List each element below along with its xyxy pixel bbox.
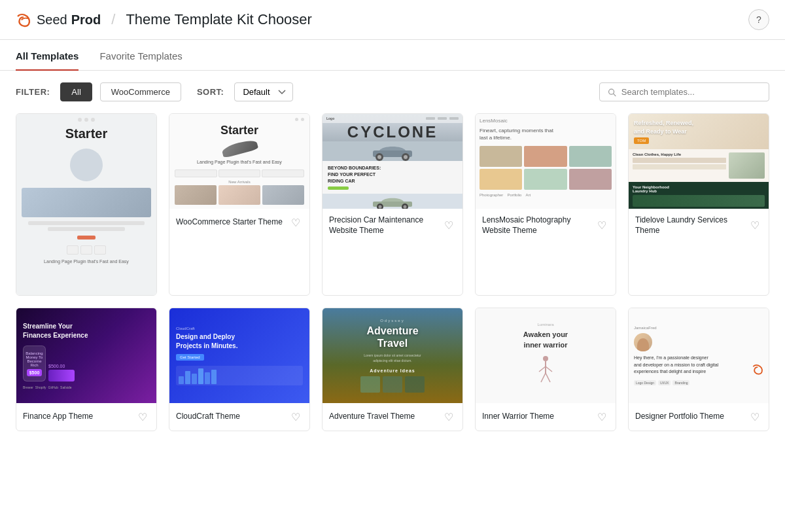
template-info-finance: Finance App Theme ♡ (16, 403, 156, 431)
favorite-button-designer[interactable]: ♡ (748, 410, 762, 424)
template-thumb-designer: JamaicaFred Hey there, I'm a passionate … (629, 308, 769, 403)
template-thumb-woo-starter: Starter Landing Page Plugin that's Fast … (169, 114, 309, 209)
filter-all-button[interactable]: All (60, 82, 92, 101)
search-input[interactable] (621, 87, 761, 97)
favorite-button-lens[interactable]: ♡ (595, 219, 609, 233)
svg-point-10 (379, 205, 382, 209)
help-button[interactable]: ? (748, 9, 769, 30)
template-card-finance[interactable]: Streamline YourFinances Experience Balan… (16, 308, 157, 431)
adventure-headline: AdventureTravel (366, 325, 418, 349)
template-card-woo-starter[interactable]: Starter Landing Page Plugin that's Fast … (169, 113, 310, 296)
template-info-adventure: Adventure Travel Theme ♡ (323, 403, 462, 431)
filter-label: FILTER: (16, 87, 50, 97)
template-thumb-cyclone: Logo CYCLONE (323, 114, 462, 209)
header-left: SeedProd / Theme Template Kit Chooser (16, 11, 312, 28)
tabs-bar: All Templates Favorite Templates (0, 40, 785, 71)
header: SeedProd / Theme Template Kit Chooser ? (0, 0, 785, 40)
template-card-adventure[interactable]: Odyssey AdventureTravel Lorem ipsum dolo… (322, 308, 463, 431)
template-info-starter: Starter Theme ♡ (16, 295, 156, 296)
template-thumb-cloud: CloudCraft Design and DeployProjects in … (169, 308, 309, 403)
seedprod-watermark-icon (752, 363, 765, 376)
template-thumb-warrior: Luminara Awaken yourinner warrior (476, 308, 616, 403)
template-info-cloud: CloudCraft Theme ♡ (169, 403, 309, 431)
car-icon-2 (370, 194, 415, 209)
template-name-finance: Finance App Theme (23, 412, 93, 422)
logo-prod: Prod (71, 12, 101, 27)
template-info-warrior: Inner Warrior Theme ♡ (476, 403, 616, 431)
template-name-woo-starter: WooCommerce Starter Theme (176, 217, 283, 228)
svg-line-1 (614, 94, 616, 96)
page-title: Theme Template Kit Chooser (126, 11, 312, 28)
template-name-tidelove: Tidelove Laundry Services Theme (635, 215, 748, 236)
favorite-button-tidelove[interactable]: ♡ (748, 219, 762, 233)
search-wrapper (599, 82, 769, 101)
template-info-woo-starter: WooCommerce Starter Theme ♡ (169, 209, 309, 236)
template-info-cyclone: Precision Car Maintenance Website Theme … (323, 209, 462, 242)
sort-select[interactable]: Default Newest Oldest A-Z (234, 82, 293, 101)
header-divider: / (111, 11, 115, 28)
template-card-tidelove[interactable]: Refreshed, Renewed,and Ready to Wear TOM… (628, 113, 769, 296)
template-thumb-adventure: Odyssey AdventureTravel Lorem ipsum dolo… (323, 308, 462, 403)
template-card-lens[interactable]: LensMosaic Fineart, capturing moments th… (475, 113, 616, 296)
template-name-designer: Designer Portfolio Theme (635, 412, 724, 422)
cloud-headline: Design and DeployProjects in Minutes. (176, 332, 303, 351)
template-info-tidelove: Tidelove Laundry Services Theme ♡ (629, 209, 769, 242)
finance-headline: Streamline YourFinances Experience (23, 322, 150, 340)
template-thumb-finance: Streamline YourFinances Experience Balan… (16, 308, 156, 403)
svg-line-14 (539, 366, 546, 372)
template-name-adventure: Adventure Travel Theme (329, 412, 415, 422)
template-grid: Starter Landing Page Plugin that's Fast … (16, 113, 769, 431)
template-info-lens: LensMosaic Photography Website Theme ♡ (476, 209, 616, 242)
favorite-button-cloud[interactable]: ♡ (288, 410, 303, 424)
template-name-cyclone: Precision Car Maintenance Website Theme (329, 215, 442, 236)
template-name-cloud: CloudCraft Theme (176, 412, 240, 422)
template-name-warrior: Inner Warrior Theme (482, 412, 554, 422)
template-card-cyclone[interactable]: Logo CYCLONE (322, 113, 463, 296)
warrior-headline: Awaken yourinner warrior (523, 329, 568, 351)
favorite-button-adventure[interactable]: ♡ (442, 410, 456, 424)
svg-point-12 (543, 356, 548, 361)
svg-point-11 (404, 205, 407, 209)
tab-favorite-templates[interactable]: Favorite Templates (99, 40, 182, 71)
car-icon (366, 141, 419, 161)
svg-point-5 (377, 155, 381, 159)
template-name-lens: LensMosaic Photography Website Theme (482, 215, 595, 236)
svg-point-6 (404, 155, 408, 159)
logo: SeedProd (16, 11, 101, 28)
favorite-button-warrior[interactable]: ♡ (595, 410, 609, 424)
svg-line-15 (546, 366, 552, 372)
tab-all-templates[interactable]: All Templates (16, 40, 78, 71)
template-thumb-tidelove: Refreshed, Renewed,and Ready to Wear TOM… (629, 114, 769, 209)
svg-line-16 (541, 373, 546, 382)
yoga-figure-icon (536, 355, 555, 387)
template-card-designer[interactable]: JamaicaFred Hey there, I'm a passionate … (628, 308, 769, 431)
filter-woocommerce-button[interactable]: WooCommerce (100, 82, 181, 101)
favorite-button-woo-starter[interactable]: ♡ (288, 215, 303, 230)
favorite-button-cyclone[interactable]: ♡ (442, 219, 456, 233)
sort-label: SORT: (197, 87, 224, 97)
template-thumb-lens: LensMosaic Fineart, capturing moments th… (476, 114, 616, 209)
template-grid-section: Starter Landing Page Plugin that's Fast … (0, 113, 785, 447)
template-card-warrior[interactable]: Luminara Awaken yourinner warrior (475, 308, 616, 431)
search-icon (608, 88, 616, 97)
cyclone-title: CYCLONE (347, 123, 438, 141)
template-info-designer: Designer Portfolio Theme ♡ (629, 403, 769, 431)
template-card-cloud[interactable]: CloudCraft Design and DeployProjects in … (169, 308, 310, 431)
seedprod-logo-icon (16, 11, 33, 28)
template-thumb-starter: Starter Landing Page Plugin that's Fast … (16, 114, 156, 295)
logo-seed: Seed (37, 12, 67, 27)
svg-line-17 (546, 373, 550, 382)
favorite-button-finance[interactable]: ♡ (135, 410, 150, 424)
toolbar: FILTER: All WooCommerce SORT: Default Ne… (0, 71, 785, 113)
template-card-starter[interactable]: Starter Landing Page Plugin that's Fast … (16, 113, 157, 296)
